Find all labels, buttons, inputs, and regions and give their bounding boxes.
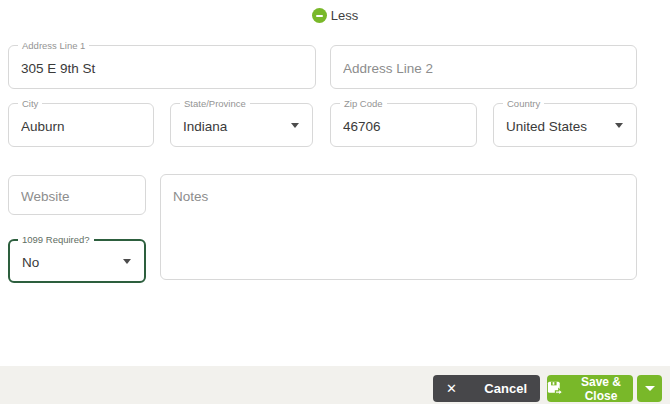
country-label: Country — [503, 98, 544, 109]
footer-action-bar: ✕ Cancel Save & Close — [0, 366, 670, 404]
1099-required-label: 1099 Required? — [18, 234, 94, 245]
country-value: United States — [506, 116, 587, 134]
cancel-button[interactable]: ✕ Cancel — [433, 375, 540, 402]
less-toggle-button[interactable]: Less — [310, 6, 360, 25]
address-line-2-input[interactable] — [343, 58, 624, 76]
zip-code-field: Zip Code — [330, 103, 477, 147]
city-input[interactable] — [21, 116, 141, 134]
toggle-row: Less — [0, 6, 670, 25]
city-label: City — [18, 98, 42, 109]
less-toggle-label: Less — [331, 8, 358, 23]
country-dropdown[interactable]: Country United States — [493, 103, 637, 147]
zip-code-label: Zip Code — [340, 98, 387, 109]
address-line-2-field — [330, 45, 637, 89]
address-line-1-field: Address Line 1 — [8, 45, 316, 89]
city-field: City — [8, 103, 154, 147]
save-icon — [547, 381, 563, 396]
save-and-close-label: Save & Close — [569, 375, 633, 403]
minus-circle-icon — [312, 8, 327, 23]
notes-textarea[interactable] — [161, 175, 636, 279]
zip-code-input[interactable] — [343, 116, 464, 134]
address-line-1-label: Address Line 1 — [18, 40, 89, 51]
chevron-down-icon — [291, 123, 299, 128]
chevron-down-icon — [645, 386, 655, 391]
save-and-close-button[interactable]: Save & Close — [547, 375, 633, 402]
vendor-address-form: Less Address Line 1 City State/Province … — [0, 0, 670, 407]
chevron-down-icon — [615, 123, 623, 128]
state-province-dropdown[interactable]: State/Province Indiana — [170, 103, 313, 147]
save-options-button[interactable] — [637, 375, 662, 402]
website-input[interactable] — [21, 186, 133, 204]
notes-field — [160, 174, 637, 280]
website-field — [8, 175, 146, 215]
chevron-down-icon — [123, 259, 131, 264]
state-province-value: Indiana — [183, 116, 227, 134]
cancel-button-label: Cancel — [484, 381, 527, 396]
x-icon: ✕ — [446, 382, 457, 395]
1099-required-value: No — [22, 252, 39, 270]
state-province-label: State/Province — [180, 98, 250, 109]
address-line-1-input[interactable] — [21, 58, 303, 76]
1099-required-dropdown[interactable]: 1099 Required? No — [8, 239, 146, 283]
